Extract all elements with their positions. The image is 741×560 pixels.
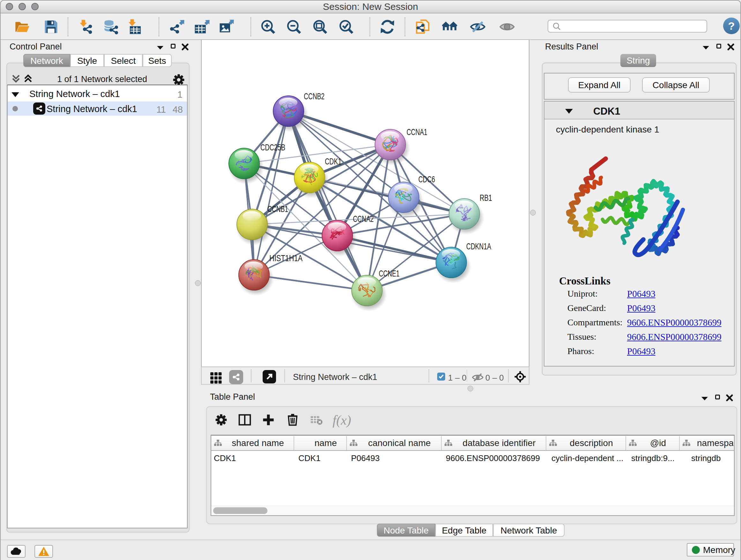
svg-text:CDC25B: CDC25B [260,142,285,152]
svg-text:CDK1: CDK1 [325,157,341,166]
svg-text:CDKN1A: CDKN1A [466,241,491,251]
svg-text:HIST1H1A: HIST1H1A [269,253,302,263]
svg-text:CCNB2: CCNB2 [304,91,325,101]
svg-text:CCNE1: CCNE1 [379,268,400,278]
svg-text:CCNB1: CCNB1 [267,204,288,214]
svg-text:CCNA1: CCNA1 [407,127,427,137]
svg-text:CCNA2: CCNA2 [353,214,374,224]
svg-text:RB1: RB1 [480,193,492,203]
svg-text:CDC6: CDC6 [418,174,435,184]
